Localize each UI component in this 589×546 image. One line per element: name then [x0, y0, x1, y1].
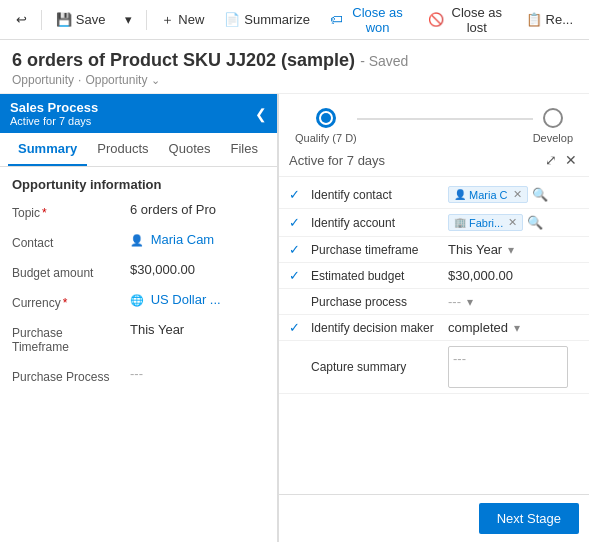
- label-currency: Currency *: [12, 292, 122, 310]
- close-flyout-button[interactable]: ✕: [563, 150, 579, 170]
- check-label-0: Identify contact: [311, 188, 442, 202]
- dropdown-arrow-5[interactable]: ▾: [514, 321, 520, 335]
- form-row-topic: Topic * 6 orders of Pro: [12, 202, 265, 220]
- stage-pipeline: Qualify (7 D) Develop: [279, 94, 589, 144]
- right-panel: Qualify (7 D) Develop Active for 7 days …: [278, 94, 589, 542]
- chip-contact-label: Maria C: [469, 189, 508, 201]
- close-icon: ✕: [565, 152, 577, 168]
- stage-circle-qualify: [316, 108, 336, 128]
- section-title: Opportunity information: [12, 177, 265, 192]
- sales-process-info: Sales Process Active for 7 days: [10, 100, 98, 127]
- close-won-label: Close as won: [347, 5, 408, 35]
- chip-contact-icon: 👤: [454, 189, 466, 200]
- check-value-4: --- ▾: [448, 294, 579, 309]
- chip-contact-search[interactable]: 🔍: [532, 187, 548, 202]
- summarize-label: Summarize: [244, 12, 310, 27]
- form-row-currency: Currency * 🌐 US Dollar ...: [12, 292, 265, 310]
- save-button[interactable]: 💾 Save: [48, 8, 114, 31]
- sales-process-label: Sales Process: [10, 100, 98, 115]
- label-process: Purchase Process: [12, 366, 122, 384]
- summarize-icon: 📄: [224, 12, 240, 27]
- value-topic[interactable]: 6 orders of Pro: [130, 202, 265, 217]
- breadcrumb-chevron[interactable]: ⌄: [151, 74, 160, 87]
- new-button[interactable]: ＋ New: [153, 7, 212, 33]
- value-timeframe[interactable]: This Year: [130, 322, 265, 337]
- summarize-button[interactable]: 📄 Summarize: [216, 8, 318, 31]
- check-mark-1: ✓: [289, 215, 305, 230]
- check-label-5: Identify decision maker: [311, 321, 442, 335]
- chip-account-x[interactable]: ✕: [508, 216, 517, 229]
- stage-circle-develop: [543, 108, 563, 128]
- title-text: 6 orders of Product SKU JJ202 (sample): [12, 50, 355, 70]
- check-mark-0: ✓: [289, 187, 305, 202]
- form-row-process: Purchase Process ---: [12, 366, 265, 384]
- form-row-contact: Contact 👤 Maria Cam: [12, 232, 265, 250]
- value-currency[interactable]: 🌐 US Dollar ...: [130, 292, 265, 307]
- checklist-item-2: ✓ Purchase timeframe This Year ▾: [279, 237, 589, 263]
- sales-process-bar: Sales Process Active for 7 days ❮: [0, 94, 277, 133]
- close-won-icon: 🏷: [330, 12, 343, 27]
- checklist: ✓ Identify contact 👤 Maria C ✕ 🔍 ✓ Ident…: [279, 177, 589, 494]
- chip-contact-x[interactable]: ✕: [513, 188, 522, 201]
- page-title: 6 orders of Product SKU JJ202 (sample) -…: [12, 50, 408, 70]
- checklist-item-0: ✓ Identify contact 👤 Maria C ✕ 🔍: [279, 181, 589, 209]
- more-button[interactable]: 📋 Re...: [518, 8, 581, 31]
- sales-process-sublabel: Active for 7 days: [10, 115, 98, 127]
- expand-button[interactable]: ⤢: [543, 150, 559, 170]
- form-row-timeframe: Purchase Timeframe This Year: [12, 322, 265, 354]
- stage-develop: Develop: [533, 108, 573, 144]
- flyout-actions: ⤢ ✕: [543, 150, 579, 170]
- close-won-button[interactable]: 🏷 Close as won: [322, 1, 416, 39]
- check-mark-2: ✓: [289, 242, 305, 257]
- dropdown-arrow-2[interactable]: ▾: [508, 243, 514, 257]
- close-lost-icon: 🚫: [428, 12, 444, 27]
- new-label: New: [178, 12, 204, 27]
- saved-label: - Saved: [360, 53, 408, 69]
- chip-account-icon: 🏢: [454, 217, 466, 228]
- label-topic: Topic *: [12, 202, 122, 220]
- collapse-button[interactable]: ❮: [255, 106, 267, 122]
- tab-products[interactable]: Products: [87, 133, 158, 166]
- tab-quotes[interactable]: Quotes: [159, 133, 221, 166]
- close-lost-button[interactable]: 🚫 Close as lost: [420, 1, 513, 39]
- save-dropdown-button[interactable]: ▾: [117, 8, 140, 31]
- tab-files[interactable]: Files: [220, 133, 267, 166]
- flyout-header: Active for 7 days ⤢ ✕: [279, 144, 589, 177]
- form-row-budget: Budget amount $30,000.00: [12, 262, 265, 280]
- close-lost-label: Close as lost: [448, 5, 505, 35]
- check-mark-6: ✓: [289, 360, 305, 375]
- value-budget-fly[interactable]: $30,000.00: [448, 268, 513, 283]
- left-panel: Sales Process Active for 7 days ❮ Summar…: [0, 94, 278, 542]
- breadcrumb-item2[interactable]: Opportunity: [85, 73, 147, 87]
- tab-summary[interactable]: Summary: [8, 133, 87, 166]
- capture-summary-textarea[interactable]: ---: [448, 346, 568, 388]
- breadcrumb-item1[interactable]: Opportunity: [12, 73, 74, 87]
- back-icon: ↩: [16, 12, 27, 27]
- check-label-4: Purchase process: [311, 295, 442, 309]
- page-header: 6 orders of Product SKU JJ202 (sample) -…: [0, 40, 589, 94]
- breadcrumb: Opportunity · Opportunity ⌄: [12, 73, 577, 87]
- checklist-item-5: ✓ Identify decision maker completed ▾: [279, 315, 589, 341]
- tabs: Summary Products Quotes Files: [0, 133, 277, 167]
- dropdown-arrow-4[interactable]: ▾: [467, 295, 473, 309]
- chip-contact[interactable]: 👤 Maria C ✕: [448, 186, 528, 203]
- expand-icon: ⤢: [545, 152, 557, 168]
- page-title-row: 6 orders of Product SKU JJ202 (sample) -…: [12, 50, 577, 71]
- value-contact[interactable]: 👤 Maria Cam: [130, 232, 265, 247]
- value-process[interactable]: ---: [130, 366, 265, 381]
- save-icon: 💾: [56, 12, 72, 27]
- label-budget: Budget amount: [12, 262, 122, 280]
- value-timeframe-fly: This Year: [448, 242, 502, 257]
- checklist-item-3: ✓ Estimated budget $30,000.00: [279, 263, 589, 289]
- back-button[interactable]: ↩: [8, 8, 35, 31]
- value-decision-fly: completed: [448, 320, 508, 335]
- check-value-6: ---: [448, 346, 579, 388]
- chip-account[interactable]: 🏢 Fabri... ✕: [448, 214, 523, 231]
- chip-account-search[interactable]: 🔍: [527, 215, 543, 230]
- stage-label-qualify: Qualify (7 D): [295, 132, 357, 144]
- check-value-0: 👤 Maria C ✕ 🔍: [448, 186, 579, 203]
- label-timeframe: Purchase Timeframe: [12, 322, 122, 354]
- check-mark-4: ✓: [289, 294, 305, 309]
- value-budget[interactable]: $30,000.00: [130, 262, 265, 277]
- next-stage-button[interactable]: Next Stage: [479, 503, 579, 534]
